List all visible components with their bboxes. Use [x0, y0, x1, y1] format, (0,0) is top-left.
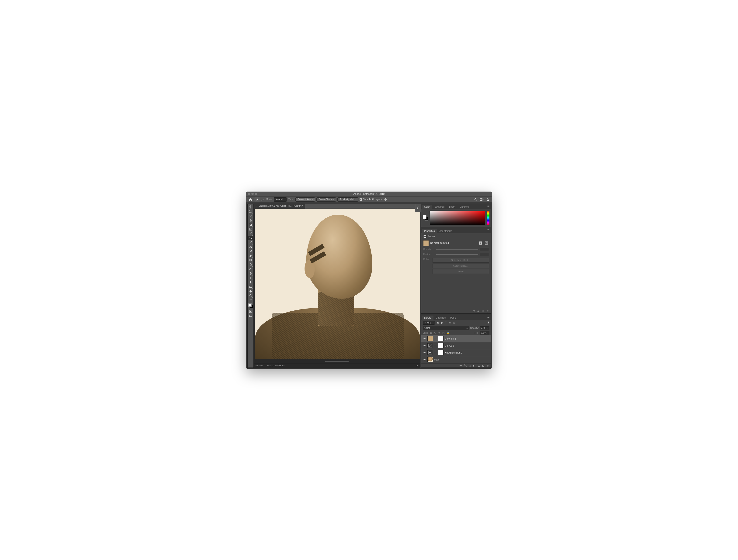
- add-mask-icon[interactable]: ◻: [469, 364, 471, 367]
- pixel-mask-icon[interactable]: [478, 241, 483, 245]
- density-slider[interactable]: [436, 249, 478, 249]
- crop-tool[interactable]: [248, 222, 253, 227]
- delete-layer-icon[interactable]: 🗑: [486, 364, 489, 367]
- layer-row[interactable]: 👁start: [421, 356, 491, 363]
- layer-row[interactable]: 👁⛓Curves 1: [421, 342, 491, 349]
- lock-artboard-icon[interactable]: ▢: [442, 332, 445, 335]
- link-icon[interactable]: ⛓: [434, 338, 436, 340]
- statusbar-arrow-icon[interactable]: ▶: [417, 365, 418, 367]
- history-brush-tool[interactable]: [248, 249, 253, 253]
- tab-properties[interactable]: Properties: [422, 229, 437, 233]
- layer-row[interactable]: 👁⛓Hue/Saturation 1: [421, 349, 491, 356]
- feather-slider[interactable]: [436, 254, 478, 255]
- layer-mask-thumbnail[interactable]: [438, 343, 443, 349]
- brush-size-picker[interactable]: • 9: [261, 198, 262, 201]
- disable-mask-icon[interactable]: 👁: [481, 310, 484, 313]
- vector-mask-icon[interactable]: [484, 241, 489, 245]
- doc-size[interactable]: Doc: 21.6M/43.2M: [268, 365, 285, 367]
- layer-name[interactable]: Curves 1: [445, 345, 489, 347]
- tool-preset-picker[interactable]: ⌄: [254, 197, 260, 201]
- visibility-toggle[interactable]: 👁: [423, 359, 426, 361]
- quick-mask[interactable]: [248, 309, 253, 314]
- color-range-button[interactable]: Color Range...: [432, 263, 489, 268]
- density-value[interactable]: [480, 248, 489, 251]
- canvas[interactable]: [254, 209, 420, 364]
- link-icon[interactable]: ⛓: [434, 345, 436, 347]
- pen-tool[interactable]: [248, 271, 253, 276]
- tab-paths[interactable]: Paths: [448, 316, 459, 320]
- feather-value[interactable]: [480, 253, 489, 256]
- tab-channels[interactable]: Channels: [433, 316, 448, 320]
- group-icon[interactable]: 🗀: [477, 364, 480, 367]
- mode-dropdown[interactable]: Normal: [274, 197, 287, 201]
- layer-fx-icon[interactable]: fx▾: [464, 364, 467, 367]
- zoom-level[interactable]: 66.67%: [256, 365, 263, 367]
- visibility-toggle[interactable]: 👁: [423, 345, 426, 347]
- screen-mode[interactable]: [248, 314, 253, 318]
- filter-adjust-icon[interactable]: ◐: [440, 321, 443, 325]
- close-tab-icon[interactable]: ×: [256, 204, 257, 207]
- new-layer-icon[interactable]: ⊞: [482, 364, 484, 367]
- blur-tool[interactable]: [248, 262, 253, 267]
- zoom-tool[interactable]: [248, 294, 253, 298]
- tab-libraries[interactable]: Libraries: [457, 204, 471, 209]
- sample-all-checkbox[interactable]: ✓Sample All Layers: [360, 198, 382, 201]
- delete-mask-icon[interactable]: 🗑: [486, 310, 489, 313]
- path-select-tool[interactable]: [248, 280, 253, 285]
- clone-stamp-tool[interactable]: [248, 245, 253, 249]
- invert-button[interactable]: Invert: [432, 269, 489, 274]
- tab-color[interactable]: Color: [422, 204, 432, 209]
- visibility-toggle[interactable]: 👁: [423, 352, 426, 354]
- move-tool[interactable]: [248, 205, 253, 209]
- fg-bg-swatch[interactable]: [248, 303, 253, 308]
- dodge-tool[interactable]: [248, 267, 253, 271]
- gradient-tool[interactable]: [248, 258, 253, 262]
- pressure-icon[interactable]: [383, 197, 388, 201]
- horizontal-scrollbar[interactable]: [325, 361, 349, 362]
- color-field[interactable]: [430, 211, 485, 225]
- lock-paint-icon[interactable]: ✎: [434, 332, 437, 335]
- layer-row[interactable]: 👁⛓Color Fill 1: [421, 335, 491, 342]
- filter-shape-icon[interactable]: ▭: [448, 321, 452, 325]
- quick-select-tool[interactable]: [248, 218, 253, 222]
- fg-bg-swatch[interactable]: [423, 215, 428, 221]
- eyedropper-tool[interactable]: [248, 231, 253, 236]
- filter-kind-dropdown[interactable]: Kind: [423, 321, 435, 325]
- search-icon[interactable]: [473, 197, 478, 201]
- marquee-tool[interactable]: [248, 209, 253, 214]
- tab-layers[interactable]: Layers: [422, 316, 433, 320]
- workspace-switcher-icon[interactable]: ⌄: [479, 197, 484, 201]
- panel-menu-icon[interactable]: ≡: [486, 203, 491, 209]
- proximity-match-button[interactable]: Proximity Match: [337, 197, 358, 201]
- layer-mask-thumbnail[interactable]: [438, 336, 443, 342]
- share-icon[interactable]: [485, 197, 490, 201]
- visibility-toggle[interactable]: 👁: [423, 338, 426, 340]
- lasso-tool[interactable]: [248, 214, 253, 218]
- lock-pixels-icon[interactable]: ▦: [430, 332, 432, 335]
- link-icon[interactable]: ⛓: [434, 352, 436, 354]
- layer-mask-thumbnail[interactable]: [438, 350, 443, 356]
- tab-learn[interactable]: Learn: [447, 204, 457, 209]
- load-selection-icon[interactable]: ⊡: [473, 310, 475, 313]
- document-tab[interactable]: × Untitled-1 @ 66.7% (Color Fill 1, RGB/…: [254, 203, 305, 208]
- layer-name[interactable]: Color Fill 1: [445, 338, 489, 340]
- lock-position-icon[interactable]: ✥: [438, 332, 441, 335]
- frame-tool[interactable]: [248, 227, 253, 231]
- tab-adjustments[interactable]: Adjustments: [437, 229, 455, 233]
- filter-smart-icon[interactable]: ◫: [453, 321, 456, 325]
- panel-menu-icon[interactable]: ≡: [486, 227, 491, 233]
- lock-all-icon[interactable]: 🔒: [446, 332, 449, 335]
- layer-name[interactable]: start: [434, 359, 489, 361]
- tab-swatches[interactable]: Swatches: [432, 204, 447, 209]
- mask-mode-icon[interactable]: [423, 235, 427, 238]
- eraser-tool[interactable]: [248, 253, 253, 258]
- layer-name[interactable]: Hue/Saturation 1: [445, 352, 489, 354]
- filter-type-icon[interactable]: T: [444, 321, 447, 325]
- home-button[interactable]: [248, 197, 253, 202]
- rectangle-tool[interactable]: [248, 285, 253, 289]
- fill-input[interactable]: 100%: [480, 331, 489, 335]
- collapsed-dock[interactable]: [415, 204, 421, 212]
- filter-pixel-icon[interactable]: ▣: [436, 321, 439, 325]
- apply-mask-icon[interactable]: ◈: [477, 310, 479, 313]
- filter-toggle[interactable]: [487, 322, 489, 324]
